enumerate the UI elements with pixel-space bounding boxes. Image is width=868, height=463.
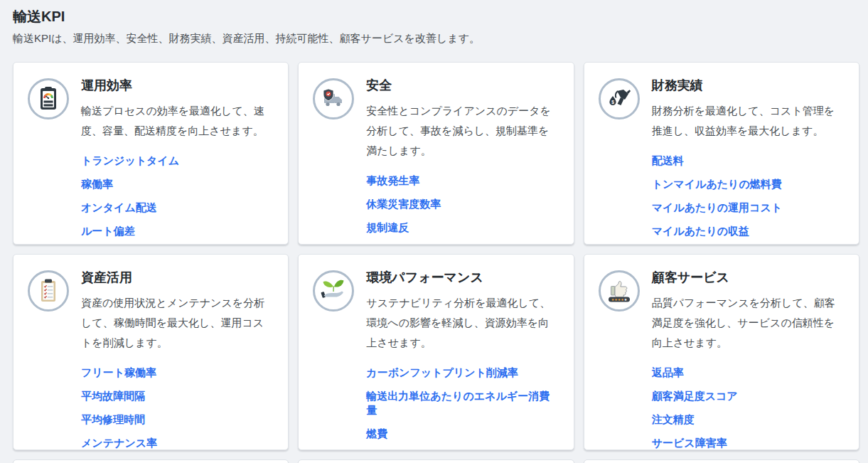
kpi-link-customer-satisfaction-score[interactable]: 顧客満足度スコア (652, 389, 845, 403)
card-description: 財務分析を最適化して、コスト管理を推進し、収益効率を最大化します。 (652, 101, 845, 141)
kpi-link-energy-per-transport-output[interactable]: 輸送出力単位あたりのエネルギー消費量 (366, 389, 559, 417)
truck-shield-icon (319, 85, 348, 113)
kpi-link-accident-rate[interactable]: 事故発生率 (366, 174, 559, 188)
hand-seedling-icon (319, 277, 348, 305)
kpi-link-delivery-cost[interactable]: 配送料 (652, 154, 845, 168)
card-title: 安全 (366, 77, 559, 94)
kpi-link-order-accuracy[interactable]: 注文精度 (652, 413, 845, 427)
icon-ring (313, 78, 354, 119)
icon-ring: ★★★★★ (599, 270, 640, 312)
icon-ring (313, 270, 354, 312)
kpi-link-list: トランジットタイム 稼働率 オンタイム配送 ルート偏差 (81, 154, 274, 238)
kpi-link-fuel-efficiency[interactable]: 燃費 (366, 427, 559, 441)
kpi-link-safety-audit-score[interactable]: 安全性監査スコア (366, 244, 559, 245)
card-description: サステナビリティ分析を最適化して、環境への影響を軽減し、資源効率を向上させます。 (366, 293, 559, 353)
kpi-link-revenue-per-mile[interactable]: マイルあたりの収益 (652, 224, 845, 238)
card-asset-utilization: 資産活用 資産の使用状況とメンテナンスを分析して、稼働時間を最大化し、運用コスト… (13, 254, 289, 450)
kpi-link-carbon-footprint-reduction[interactable]: カーボンフットプリント削減率 (366, 366, 559, 380)
kpi-link-transit-time[interactable]: トランジットタイム (81, 154, 274, 168)
card-financial-performance: $ 財務実績 財務分析を最適化して、コスト管理を推進し、収益効率を最大化します。… (584, 62, 859, 245)
card-partial (298, 459, 574, 463)
kpi-link-return-rate[interactable]: 返品率 (652, 366, 845, 380)
kpi-link-operating-cost-per-mile[interactable]: マイルあたりの運用コスト (652, 201, 845, 215)
card-body: 財務実績 財務分析を最適化して、コスト管理を推進し、収益効率を最大化します。 配… (652, 77, 845, 245)
card-body: 運用効率 輸送プロセスの効率を最適化して、速度、容量、配送精度を向上させます。 … (81, 77, 274, 245)
card-operational-efficiency: 運用効率 輸送プロセスの効率を最適化して、速度、容量、配送精度を向上させます。 … (13, 62, 289, 245)
card-title: 運用効率 (81, 77, 274, 94)
kpi-link-list: 配送料 トンマイルあたりの燃料費 マイルあたりの運用コスト マイルあたりの収益 (652, 154, 845, 238)
card-body: 環境パフォーマンス サステナビリティ分析を最適化して、環境への影響を軽減し、資源… (366, 269, 559, 450)
kpi-link-fuel-cost-per-ton-mile[interactable]: トンマイルあたりの燃料費 (652, 177, 845, 191)
kpi-link-on-time-delivery[interactable]: オンタイム配送 (81, 201, 274, 215)
gauge-clipboard-icon (34, 85, 63, 113)
card-partial (13, 459, 289, 463)
card-title: 資産活用 (81, 269, 274, 286)
card-description: 安全性とコンプライアンスのデータを分析して、事故を減らし、規制基準を満たします。 (366, 101, 559, 161)
icon-ring (28, 270, 69, 312)
kpi-link-utilization-rate[interactable]: 稼働率 (81, 177, 274, 191)
kpi-link-list: フリート稼働率 平均故障間隔 平均修理時間 メンテナンス率 (81, 366, 274, 450)
card-customer-service: ★★★★★ 顧客サービス 品質パフォーマンスを分析して、顧客満足度を強化し、サー… (584, 254, 859, 450)
card-title: 顧客サービス (652, 269, 845, 286)
kpi-link-service-failure-rate[interactable]: サービス障害率 (652, 436, 845, 450)
checklist-clipboard-icon (34, 277, 63, 305)
page-title: 輸送KPI (13, 9, 859, 24)
kpi-link-mtbf[interactable]: 平均故障間隔 (81, 389, 274, 403)
icon-ring: $ (599, 78, 640, 119)
card-environmental-performance: 環境パフォーマンス サステナビリティ分析を最適化して、環境への影響を軽減し、資源… (298, 254, 574, 450)
kpi-link-maintenance-rate[interactable]: メンテナンス率 (81, 436, 274, 450)
card-body: 資産活用 資産の使用状況とメンテナンスを分析して、稼働時間を最大化し、運用コスト… (81, 269, 274, 450)
kpi-link-route-deviation[interactable]: ルート偏差 (81, 224, 274, 238)
card-partial (584, 459, 859, 463)
thumbs-up-stars-icon: ★★★★★ (605, 277, 633, 305)
card-title: 環境パフォーマンス (366, 269, 559, 286)
icon-ring (28, 78, 69, 119)
kpi-link-list: 返品率 顧客満足度スコア 注文精度 サービス障害率 (652, 366, 845, 450)
card-body: 顧客サービス 品質パフォーマンスを分析して、顧客満足度を強化し、サービスの信頼性… (652, 269, 845, 450)
svg-text:★★★★★: ★★★★★ (611, 297, 627, 302)
fuel-cost-icon: $ (605, 85, 633, 113)
card-description: 輸送プロセスの効率を最適化して、速度、容量、配送精度を向上させます。 (81, 101, 274, 141)
kpi-link-list: カーボンフットプリント削減率 輸送出力単位あたりのエネルギー消費量 燃費 温室効… (366, 366, 559, 450)
card-safety: 安全 安全性とコンプライアンスのデータを分析して、事故を減らし、規制基準を満たし… (298, 62, 574, 245)
kpi-link-mttr[interactable]: 平均修理時間 (81, 413, 274, 427)
kpi-link-fleet-utilization[interactable]: フリート稼働率 (81, 366, 274, 380)
kpi-link-lost-time-injury[interactable]: 休業災害度数率 (366, 197, 559, 211)
page-subtitle: 輸送KPIは、運用効率、安全性、財務実績、資産活用、持続可能性、顧客サービスを改… (13, 32, 859, 45)
kpi-link-list: 事故発生率 休業災害度数率 規制違反 安全性監査スコア (366, 174, 559, 245)
svg-text:$: $ (611, 100, 614, 105)
kpi-link-regulatory-violations[interactable]: 規制違反 (366, 220, 559, 235)
kpi-card-grid: 運用効率 輸送プロセスの効率を最適化して、速度、容量、配送精度を向上させます。 … (13, 62, 859, 463)
card-title: 財務実績 (652, 77, 845, 94)
card-description: 資産の使用状況とメンテナンスを分析して、稼働時間を最大化し、運用コストを削減しま… (81, 293, 274, 353)
transport-kpi-page: 輸送KPI 輸送KPIは、運用効率、安全性、財務実績、資産活用、持続可能性、顧客… (0, 0, 868, 463)
card-description: 品質パフォーマンスを分析して、顧客満足度を強化し、サービスの信頼性を向上させます… (652, 293, 845, 353)
card-body: 安全 安全性とコンプライアンスのデータを分析して、事故を減らし、規制基準を満たし… (366, 77, 559, 245)
